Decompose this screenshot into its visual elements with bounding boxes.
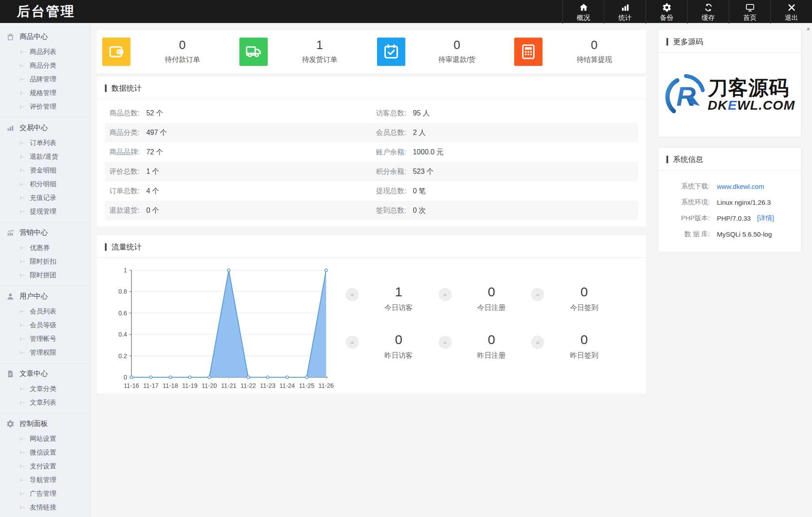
branch-icon: ⊢ bbox=[20, 349, 25, 356]
card-label: 待付款订单 bbox=[131, 55, 234, 65]
sidebar-item-label: 优惠券 bbox=[30, 244, 50, 252]
sidebar-item-points-detail[interactable]: ⊢积分明细 bbox=[0, 177, 90, 191]
system-info-row-database: 数 据 库:MySQLi 5.6.50-log bbox=[667, 226, 792, 242]
nav-item-cache[interactable]: 缓存 bbox=[687, 0, 729, 24]
sidebar-item-label: 限时折扣 bbox=[30, 257, 56, 266]
svg-text:0: 0 bbox=[123, 374, 127, 381]
nav-item-label: 备份 bbox=[660, 14, 673, 22]
dkewl-logo-emblem: R bbox=[664, 73, 708, 116]
sidebar-item-ad-manage[interactable]: ⊢广告管理 bbox=[0, 487, 90, 501]
nav-item-label: 退出 bbox=[785, 14, 798, 22]
sidebar-item-brand-manage[interactable]: ⊢品牌管理 bbox=[0, 73, 90, 86]
sidebar-item-fund-detail[interactable]: ⊢资金明细 bbox=[0, 164, 90, 177]
card-value: 0 bbox=[543, 38, 646, 52]
sidebar-item-label: 提现管理 bbox=[30, 207, 56, 216]
sidebar-item-spec-manage[interactable]: ⊢规格管理 bbox=[0, 86, 90, 100]
stat-value: 497 个 bbox=[146, 128, 167, 138]
close-icon bbox=[787, 3, 797, 12]
stat-value: 52 个 bbox=[146, 109, 163, 118]
nav-item-logout[interactable]: 退出 bbox=[770, 0, 812, 24]
nav-item-stats[interactable]: 统计 bbox=[604, 0, 646, 24]
sidebar-section-header-goods-center[interactable]: 商品中心 bbox=[0, 28, 90, 45]
sidebar-item-label: 文章分类 bbox=[30, 385, 56, 393]
branch-icon: ⊢ bbox=[20, 140, 25, 146]
sidebar-item-admin-permission[interactable]: ⊢管理权限 bbox=[0, 346, 90, 360]
dkewl-logo[interactable]: R 刀客源码 DKEWL.COM bbox=[658, 53, 801, 137]
card-text: 0待付款订单 bbox=[131, 38, 234, 65]
sidebar: 商品中心⊢商品列表⊢商品分类⊢品牌管理⊢规格管理⊢评价管理交易中心⊢订单列表⊢退… bbox=[0, 23, 91, 517]
stat-cell: 会员总数:2 人 bbox=[372, 128, 639, 138]
branch-icon: ⊢ bbox=[20, 167, 25, 174]
flow-stat-label: 昨日访客 bbox=[359, 351, 439, 360]
sidebar-item-wechat-settings[interactable]: ⊢微信设置 bbox=[0, 446, 90, 460]
sidebar-item-member-level[interactable]: ⊢会员等级 bbox=[0, 318, 90, 332]
stat-cell: 账户余额:1000.0 元 bbox=[372, 148, 639, 157]
stat-value: 95 人 bbox=[413, 109, 430, 118]
flow-stat-text: 0昨日注册 bbox=[452, 332, 531, 360]
sidebar-section-label: 用户中心 bbox=[19, 292, 48, 301]
card-label: 待发货订单 bbox=[268, 55, 371, 65]
scrollbar-up-arrow[interactable]: ▲ bbox=[806, 26, 811, 31]
sidebar-item-recharge-record[interactable]: ⊢充值记录 bbox=[0, 191, 90, 205]
stat-value: 72 个 bbox=[146, 148, 163, 157]
sidebar-item-member-list[interactable]: ⊢会员列表 bbox=[0, 305, 90, 318]
sidebar-section-header-marketing-center[interactable]: 营销中心 bbox=[0, 224, 90, 241]
sidebar-item-article-list[interactable]: ⊢文章列表 bbox=[0, 396, 90, 410]
sidebar-section-goods-center: 商品中心⊢商品列表⊢商品分类⊢品牌管理⊢规格管理⊢评价管理 bbox=[0, 27, 90, 118]
stat-value: 0 个 bbox=[146, 206, 159, 215]
sidebar-item-refund-return[interactable]: ⊢退款/退货 bbox=[0, 150, 90, 164]
svg-text:0.4: 0.4 bbox=[119, 331, 127, 338]
sidebar-item-goods-list[interactable]: ⊢商品列表 bbox=[0, 45, 90, 59]
card-pending-shipment[interactable]: 1待发货订单 bbox=[234, 30, 371, 73]
card-value: 0 bbox=[131, 38, 234, 52]
sidebar-item-flash-group[interactable]: ⊢限时拼团 bbox=[0, 268, 90, 282]
flow-stat-label: 今日访客 bbox=[359, 303, 439, 313]
stat-value: 2 人 bbox=[413, 128, 426, 138]
flow-stat-text: 1今日访客 bbox=[359, 284, 439, 313]
sidebar-section-header-control-panel[interactable]: 控制面板 bbox=[0, 415, 90, 432]
system-info-card: 系统信息 系统下载:www.dkewl.com系统环境:Linux nginx/… bbox=[658, 148, 801, 252]
stat-label: 签到总数: bbox=[376, 206, 406, 215]
refresh-icon bbox=[704, 3, 713, 12]
sidebar-item-site-settings[interactable]: ⊢网站设置 bbox=[0, 432, 90, 446]
sidebar-item-friend-links[interactable]: ⊢友情链接 bbox=[0, 501, 90, 514]
sidebar-item-order-list[interactable]: ⊢订单列表 bbox=[0, 136, 90, 150]
system-info-value-link[interactable]: www.dkewl.com bbox=[717, 183, 764, 190]
system-info-label: 系统下载: bbox=[667, 182, 710, 191]
sidebar-item-flash-discount[interactable]: ⊢限时折扣 bbox=[0, 255, 90, 268]
sidebar-item-label: 微信设置 bbox=[30, 448, 56, 457]
svg-text:11-23: 11-23 bbox=[260, 382, 276, 389]
sidebar-item-coupon[interactable]: ⊢优惠券 bbox=[0, 241, 90, 255]
card-value: 1 bbox=[268, 38, 371, 52]
stat-label: 商品品牌: bbox=[109, 148, 139, 157]
sidebar-item-admin-account[interactable]: ⊢管理帐号 bbox=[0, 332, 90, 346]
sidebar-section-header-user-center[interactable]: 用户中心 bbox=[0, 288, 90, 305]
svg-text:11-24: 11-24 bbox=[280, 382, 295, 389]
sidebar-item-article-category[interactable]: ⊢文章分类 bbox=[0, 382, 90, 396]
system-info-detail-link[interactable]: [详情] bbox=[757, 214, 774, 222]
card-pending-settlement[interactable]: 0待结算提现 bbox=[509, 30, 646, 73]
branch-icon: ⊢ bbox=[20, 103, 25, 110]
sidebar-section-marketing-center: 营销中心⊢优惠券⊢限时折扣⊢限时拼团 bbox=[0, 222, 90, 286]
flow-stat-label: 昨日签到 bbox=[544, 351, 624, 360]
sidebar-item-review-manage[interactable]: ⊢评价管理 bbox=[0, 100, 90, 114]
system-info-row-php-version: PHP版本:PHP/7.0.33[详情] bbox=[667, 210, 792, 226]
nav-item-overview[interactable]: 概况 bbox=[562, 0, 604, 24]
card-pending-payment[interactable]: 0待付款订单 bbox=[97, 30, 234, 73]
sidebar-section-header-trade-center[interactable]: 交易中心 bbox=[0, 119, 90, 136]
svg-text:0.2: 0.2 bbox=[119, 352, 127, 360]
nav-item-homepage[interactable]: 首页 bbox=[729, 0, 770, 24]
card-pending-refund[interactable]: 0待审退款/货 bbox=[372, 30, 509, 73]
sidebar-item-goods-category[interactable]: ⊢商品分类 bbox=[0, 59, 90, 73]
sidebar-section-header-article-center[interactable]: 文章中心 bbox=[0, 365, 90, 382]
flow-stat-text: 0昨日访客 bbox=[359, 332, 439, 360]
stat-cell: 退款退货:0 个 bbox=[105, 206, 372, 215]
sidebar-item-nav-manage[interactable]: ⊢导航管理 bbox=[0, 473, 90, 487]
branch-icon: ⊢ bbox=[20, 504, 25, 511]
traffic-area-chart: 00.20.40.60.8111-1611-1711-1811-1911-201… bbox=[109, 261, 334, 401]
sidebar-item-withdraw-manage[interactable]: ⊢提现管理 bbox=[0, 205, 90, 218]
stat-row: 商品总数:52 个访客总数:95 人 bbox=[105, 103, 638, 123]
nav-item-backup[interactable]: 备份 bbox=[646, 0, 687, 24]
monitor-icon bbox=[745, 3, 755, 12]
sidebar-item-payment-settings[interactable]: ⊢支付设置 bbox=[0, 460, 90, 473]
